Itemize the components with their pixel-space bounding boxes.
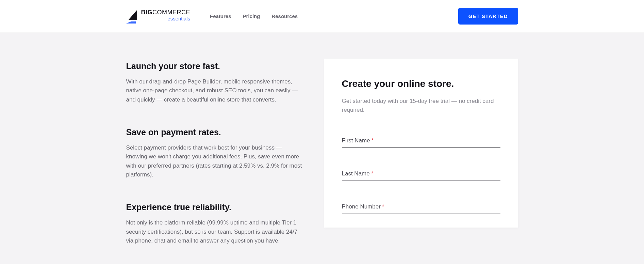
last-name-input[interactable] [342,170,500,181]
feature-title: Experience true reliability. [126,202,304,212]
svg-marker-1 [126,21,136,24]
nav-resources[interactable]: Resources [271,13,298,19]
feature-payment: Save on payment rates. Select payment pr… [126,127,304,179]
form-title: Create your online store. [342,78,500,89]
get-started-button[interactable]: GET STARTED [458,8,518,25]
nav-pricing[interactable]: Pricing [243,13,260,19]
feature-launch: Launch your store fast. With our drag-an… [126,61,304,104]
logo-mark-icon [126,9,141,24]
signup-form-card: Create your online store. Get started to… [324,59,518,228]
feature-title: Launch your store fast. [126,61,304,71]
feature-reliability: Experience true reliability. Not only is… [126,202,304,245]
site-header: BIGCOMMERCE essentials Features Pricing … [0,0,644,33]
svg-marker-0 [128,10,137,20]
content: Launch your store fast. With our drag-an… [118,59,526,245]
feature-desc: Not only is the platform reliable (99.99… [126,218,304,245]
features-column: Launch your store fast. With our drag-an… [126,59,304,245]
field-last-name: Last Name* [342,170,500,181]
logo[interactable]: BIGCOMMERCE essentials [126,9,191,24]
page-body: Launch your store fast. With our drag-an… [0,33,644,264]
feature-desc: Select payment providers that work best … [126,143,304,179]
field-first-name: First Name* [342,137,500,148]
feature-desc: With our drag-and-drop Page Builder, mob… [126,77,304,104]
nav-features[interactable]: Features [210,13,231,19]
feature-title: Save on payment rates. [126,127,304,137]
logo-text: BIGCOMMERCE essentials [141,9,191,21]
primary-nav: Features Pricing Resources [210,13,298,19]
header-inner: BIGCOMMERCE essentials Features Pricing … [118,8,526,25]
logo-wordmark: BIGCOMMERCE [141,9,191,15]
phone-input[interactable] [342,203,500,214]
first-name-input[interactable] [342,137,500,148]
form-subtitle: Get started today with our 15-day free t… [342,97,500,115]
logo-subtext: essentials [141,16,191,21]
field-phone: Phone Number* [342,203,500,214]
